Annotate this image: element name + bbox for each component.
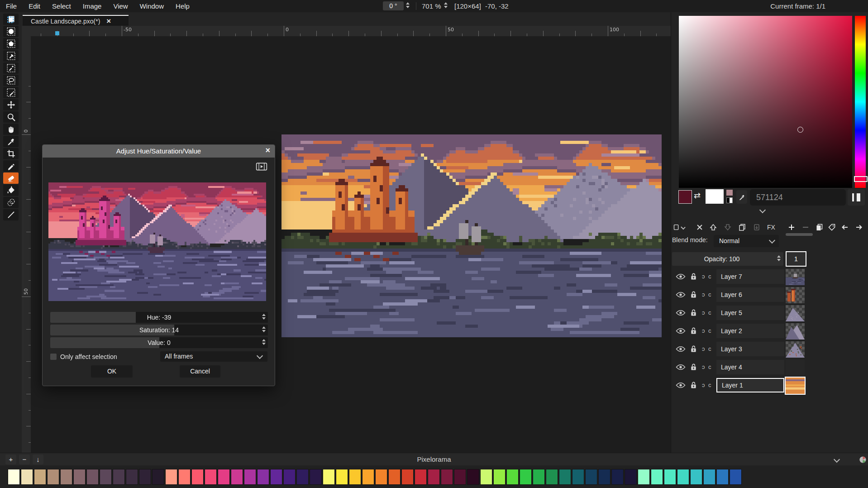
- move-layer-up-button[interactable]: [707, 221, 719, 233]
- palette-swatch[interactable]: [533, 469, 545, 485]
- palette-swatch[interactable]: [611, 469, 624, 485]
- primary-color-swatch[interactable]: [678, 190, 692, 204]
- layer-row-layer-2[interactable]: ɔcLayer 2: [671, 323, 868, 340]
- palette-swatch[interactable]: [428, 469, 440, 485]
- slider-hue[interactable]: Hue: -39: [50, 312, 268, 323]
- preview-frames-icon[interactable]: [256, 162, 267, 171]
- menu-file[interactable]: File: [0, 0, 23, 12]
- palette-library-button[interactable]: [858, 455, 867, 464]
- eyedropper-icon[interactable]: [736, 190, 747, 204]
- menu-view[interactable]: View: [107, 0, 134, 12]
- palette-swatch[interactable]: [21, 469, 33, 485]
- tool-paint-select[interactable]: [3, 87, 19, 98]
- palette-swatch[interactable]: [375, 469, 387, 485]
- palette-swatch[interactable]: [401, 469, 414, 485]
- palette-swatch[interactable]: [520, 469, 532, 485]
- eye-icon[interactable]: [676, 382, 686, 390]
- palette-swatch[interactable]: [467, 469, 479, 485]
- palette-swatch[interactable]: [664, 469, 676, 485]
- pixel-art-canvas[interactable]: [281, 134, 662, 337]
- palette-swatch[interactable]: [257, 469, 269, 485]
- palette-swatch[interactable]: [625, 469, 637, 485]
- tool-shading[interactable]: [3, 197, 19, 208]
- frame-tag-button[interactable]: [826, 221, 838, 233]
- slider-value[interactable]: Value: 0: [50, 337, 268, 348]
- palette-swatch[interactable]: [270, 469, 282, 485]
- palette-swatch[interactable]: [441, 469, 453, 485]
- slider-saturation[interactable]: Saturation: 14: [50, 325, 268, 335]
- tool-color-picker[interactable]: [3, 136, 19, 147]
- palette-swatch[interactable]: [8, 469, 20, 485]
- layer-name[interactable]: Layer 5: [716, 306, 784, 320]
- cel-link-left-icon[interactable]: ɔ: [702, 364, 705, 370]
- palette-swatch[interactable]: [349, 469, 361, 485]
- opacity-spinner[interactable]: [777, 255, 781, 261]
- palette-swatch[interactable]: [113, 469, 125, 485]
- palette-swatch[interactable]: [152, 469, 164, 485]
- slider-spinner[interactable]: [262, 339, 266, 345]
- tool-move[interactable]: [3, 99, 19, 110]
- cel-link-left-icon[interactable]: ɔ: [702, 273, 705, 280]
- layer-thumbnail[interactable]: [786, 378, 805, 394]
- remove-frame-button[interactable]: [800, 221, 811, 233]
- lock-open-icon[interactable]: [690, 381, 697, 390]
- palette-swatch[interactable]: [73, 469, 86, 485]
- palette-swatch[interactable]: [191, 469, 204, 485]
- default-colors-icon[interactable]: [726, 197, 733, 203]
- palette-swatch[interactable]: [244, 469, 256, 485]
- lock-open-icon[interactable]: [690, 363, 697, 372]
- frame-cell-1[interactable]: 1: [786, 251, 806, 267]
- palette-swatch[interactable]: [362, 469, 374, 485]
- tool-crop[interactable]: [3, 148, 19, 159]
- layer-name[interactable]: Layer 2: [716, 324, 784, 338]
- palette-swatch[interactable]: [572, 469, 584, 485]
- layer-row-layer-6[interactable]: ɔcLayer 6: [671, 287, 868, 304]
- layer-thumbnail[interactable]: [786, 269, 805, 285]
- layer-thumbnail[interactable]: [786, 359, 805, 376]
- merge-down-button[interactable]: [751, 221, 763, 233]
- rotation-spinner[interactable]: [406, 2, 410, 8]
- remove-swatch-button[interactable]: −: [19, 455, 30, 464]
- layer-thumbnail[interactable]: [786, 287, 805, 303]
- rotation-field[interactable]: 0 °: [383, 1, 404, 10]
- blend-mode-dropdown[interactable]: Normal: [714, 235, 779, 247]
- opacity-slider[interactable]: Opacity: 100: [672, 252, 783, 266]
- tool-pan[interactable]: [3, 124, 19, 135]
- cel-link-right-icon[interactable]: c: [708, 345, 711, 352]
- display-mode-icon[interactable]: [848, 189, 865, 206]
- lock-open-icon[interactable]: [690, 309, 697, 318]
- saturation-value-picker[interactable]: [679, 16, 852, 188]
- palette-swatch[interactable]: [178, 469, 191, 485]
- cel-link-left-icon[interactable]: ɔ: [702, 291, 705, 298]
- cel-link-right-icon[interactable]: c: [708, 382, 711, 388]
- zoom-level[interactable]: 701 %: [422, 0, 441, 12]
- cel-link-left-icon[interactable]: ɔ: [702, 309, 705, 316]
- lock-open-icon[interactable]: [690, 345, 697, 354]
- swap-colors-icon[interactable]: ⇄: [694, 190, 701, 202]
- cel-link-left-icon[interactable]: ɔ: [702, 327, 705, 334]
- lock-open-icon[interactable]: [690, 327, 697, 336]
- layer-name[interactable]: Layer 1: [716, 378, 784, 392]
- layer-row-layer-4[interactable]: ɔcLayer 4: [671, 359, 868, 376]
- menu-window[interactable]: Window: [134, 0, 170, 12]
- next-frame-button[interactable]: [853, 221, 865, 233]
- tool-ellipse-select[interactable]: [3, 26, 19, 37]
- palette-swatch[interactable]: [703, 469, 715, 485]
- eye-icon[interactable]: [676, 364, 686, 372]
- tab-castle-landscape[interactable]: Castle Landscape.pxo(*) ×: [23, 15, 129, 27]
- palette-swatch[interactable]: [716, 469, 729, 485]
- palette-swatch[interactable]: [205, 469, 217, 485]
- secondary-color-swatch[interactable]: [706, 189, 724, 204]
- cel-link-right-icon[interactable]: c: [708, 327, 711, 334]
- ok-button[interactable]: OK: [91, 365, 133, 378]
- cancel-button[interactable]: Cancel: [180, 365, 220, 378]
- sort-swatch-button[interactable]: ↓: [33, 455, 43, 464]
- menu-image[interactable]: Image: [77, 0, 108, 12]
- palette-swatch[interactable]: [480, 469, 492, 485]
- dialog-close-icon[interactable]: ×: [265, 146, 270, 155]
- layer-row-layer-5[interactable]: ɔcLayer 5: [671, 305, 868, 322]
- palette-swatch[interactable]: [506, 469, 519, 485]
- cel-link-right-icon[interactable]: c: [708, 273, 711, 280]
- palette-swatch[interactable]: [546, 469, 558, 485]
- layer-thumbnail[interactable]: [786, 323, 805, 340]
